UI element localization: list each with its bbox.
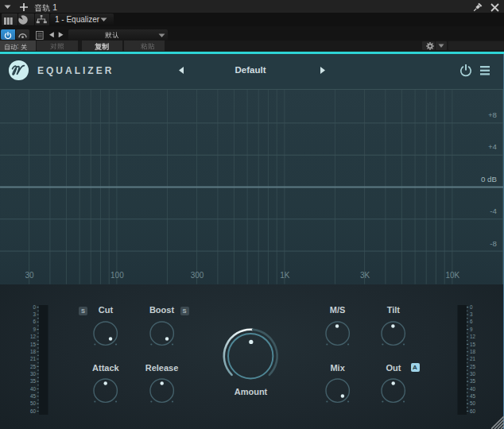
svg-text:300: 300 [191,271,204,280]
svg-text:3: 3 [470,311,473,317]
svg-text:21: 21 [470,356,475,361]
svg-text:15: 15 [470,341,475,346]
svg-text:+8: +8 [488,110,497,119]
svg-text:18: 18 [30,349,36,354]
svg-text:21: 21 [30,356,36,361]
svg-text:50: 50 [30,400,36,406]
svg-text:45: 45 [470,393,475,399]
svg-text:25: 25 [30,363,36,369]
svg-text:0: 0 [470,303,473,309]
svg-text:60: 60 [470,408,475,413]
svg-text:+4: +4 [488,142,498,151]
svg-text:0: 0 [33,303,36,309]
svg-text:6: 6 [33,319,36,324]
svg-text:18: 18 [470,349,475,354]
svg-text:10K: 10K [446,271,460,280]
svg-text:60: 60 [30,408,36,413]
svg-text:40: 40 [30,385,36,391]
svg-text:35: 35 [470,378,475,384]
svg-text:3K: 3K [360,271,370,280]
svg-text:40: 40 [470,385,475,391]
svg-text:9: 9 [33,327,36,332]
svg-text:-4: -4 [490,207,497,215]
svg-text:-8: -8 [490,239,497,248]
svg-text:15: 15 [30,341,36,346]
svg-text:30: 30 [30,371,36,377]
svg-text:12: 12 [470,334,475,339]
svg-text:3: 3 [33,311,36,317]
svg-text:12: 12 [30,334,36,339]
svg-text:1K: 1K [280,271,290,280]
svg-text:30: 30 [25,271,35,280]
svg-text:25: 25 [470,363,475,369]
svg-text:9: 9 [470,327,473,332]
svg-text:30: 30 [470,371,475,377]
svg-text:6: 6 [470,319,473,324]
svg-text:35: 35 [30,378,36,384]
svg-text:0 dB: 0 dB [481,175,497,184]
svg-text:100: 100 [110,271,124,280]
svg-text:50: 50 [470,400,475,406]
svg-text:45: 45 [30,393,36,399]
